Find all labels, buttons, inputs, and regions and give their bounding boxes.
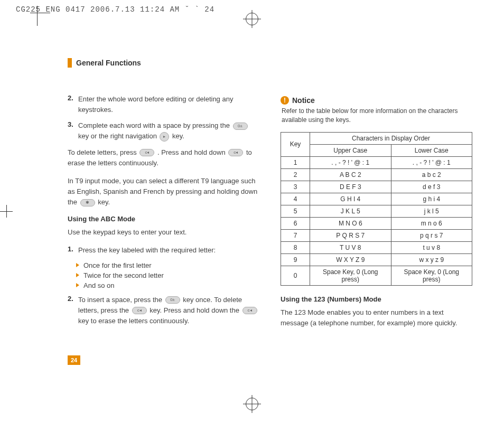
table-cell: 7 — [281, 229, 310, 241]
page-number-badge: 24 — [68, 355, 80, 365]
table-cell: W X Y Z 9 — [310, 253, 391, 266]
table-cell: t u v 8 — [391, 241, 472, 253]
table-cell: J K L 5 — [310, 205, 391, 217]
bullet-item: Twice for the second letter — [76, 271, 259, 279]
text-fragment: . Press and hold down — [157, 148, 227, 156]
zero-key-icon: 0± — [165, 296, 180, 304]
crop-mark-icon — [37, 13, 50, 26]
accent-bar-icon — [68, 58, 72, 68]
table-row: 5J K L 5j k l 5 — [281, 205, 472, 217]
text-fragment: key. Press and hold down the — [150, 306, 241, 314]
lower-case-header: Lower Case — [391, 144, 472, 156]
left-column: General Functions 2. Enter the whole wor… — [68, 58, 259, 336]
nav-key-icon: ▸ — [160, 132, 169, 142]
table-cell: 9 — [281, 253, 310, 266]
page: CG225 ENG 0417 2006.7.13 11:24 AM ˘ ` 24… — [0, 0, 504, 423]
text-fragment: In T9 input mode, you can select a diffe… — [68, 177, 257, 206]
triangle-bullet-icon — [76, 283, 79, 287]
table-cell: P Q R S 7 — [310, 229, 391, 241]
item-number: 2. — [68, 94, 75, 115]
table-cell: 5 — [281, 205, 310, 217]
text-fragment: key. — [172, 132, 184, 140]
item-number: 3. — [68, 120, 75, 142]
display-order-header: Characters in Display Order — [310, 132, 472, 144]
table-header-row: Key Characters in Display Order — [281, 132, 472, 144]
table-cell: Space Key, 0 (Long press) — [391, 266, 472, 285]
table-row: 3D E F 3d e f 3 — [281, 181, 472, 193]
table-cell: j k l 5 — [391, 205, 472, 217]
notice-text: Refer to the table below for more inform… — [282, 107, 472, 125]
table-cell: g h i 4 — [391, 193, 472, 205]
item-text: To insert a space, press the 0± key once… — [78, 295, 259, 326]
table-row: 2A B C 2a b c 2 — [281, 168, 472, 181]
table-cell: 3 — [281, 181, 310, 193]
text-fragment: key to erase the letters continuously. — [78, 317, 189, 325]
table-cell: 0 — [281, 266, 310, 285]
text-fragment: Complete each word with a space by press… — [78, 121, 232, 129]
crop-mark-icon — [0, 211, 13, 212]
table-row: 9W X Y Z 9w x y z 9 — [281, 253, 472, 266]
star-key-icon: ✱ — [80, 199, 95, 206]
table-cell: p q r s 7 — [391, 229, 472, 241]
clear-key-icon: c◂ — [242, 307, 257, 314]
bullet-text: Twice for the second letter — [83, 271, 164, 279]
table-cell: 6 — [281, 217, 310, 229]
bullet-text: And so on — [83, 281, 115, 289]
item-text: Enter the whole word before editing or d… — [78, 94, 259, 115]
item-number: 1. — [68, 245, 75, 256]
table-cell: 4 — [281, 193, 310, 205]
item-number: 2. — [68, 295, 75, 326]
list-item: 2. Enter the whole word before editing o… — [68, 94, 259, 115]
table-row: 4G H I 4g h i 4 — [281, 193, 472, 205]
table-cell: M N O 6 — [310, 217, 391, 229]
table-row: 6M N O 6m n o 6 — [281, 217, 472, 229]
table-cell: . , - ? ! ' @ : 1 — [310, 156, 391, 168]
table-cell: T U V 8 — [310, 241, 391, 253]
list-item: 3. Complete each word with a space by pr… — [68, 120, 259, 142]
section-title: General Functions — [76, 59, 141, 67]
upper-case-header: Upper Case — [310, 144, 391, 156]
content-area: General Functions 2. Enter the whole wor… — [68, 58, 472, 336]
table-row: 8T U V 8t u v 8 — [281, 241, 472, 253]
table-cell: D E F 3 — [310, 181, 391, 193]
table-cell: 8 — [281, 241, 310, 253]
key-header: Key — [281, 132, 310, 156]
bullet-text: Once for the first letter — [83, 261, 152, 269]
bullet-item: Once for the first letter — [76, 261, 259, 269]
bullet-item: And so on — [76, 281, 259, 289]
right-column: ! Notice Refer to the table below for mo… — [281, 58, 472, 336]
clear-key-icon: c◂ — [139, 149, 154, 156]
table-cell: A B C 2 — [310, 168, 391, 181]
text-fragment: key or the right navigation — [78, 132, 158, 140]
table-subheader-row: Upper Case Lower Case — [281, 144, 472, 156]
notice-heading: ! Notice — [281, 96, 472, 105]
triangle-bullet-icon — [76, 263, 79, 267]
table-row: 1. , - ? ! ' @ : 1. , - ? ! ' @ : 1 — [281, 156, 472, 168]
table-cell: m n o 6 — [391, 217, 472, 229]
table-cell: 1 — [281, 156, 310, 168]
triangle-bullet-icon — [76, 273, 79, 277]
character-table: Key Characters in Display Order Upper Ca… — [281, 132, 472, 286]
paragraph: To delete letters, press c◂ . Press and … — [68, 147, 259, 168]
table-cell: . , - ? ! ' @ : 1 — [391, 156, 472, 168]
zero-key-icon: 0± — [233, 123, 248, 130]
list-item: 1. Press the key labeled with the requir… — [68, 245, 259, 256]
table-cell: a b c 2 — [391, 168, 472, 181]
registration-mark-icon — [246, 13, 258, 25]
table-cell: d e f 3 — [391, 181, 472, 193]
table-cell: 2 — [281, 168, 310, 181]
text-fragment: To insert a space, press the — [78, 296, 164, 304]
registration-mark-icon — [246, 398, 258, 410]
notice-label: Notice — [292, 96, 315, 105]
text-fragment: To delete letters, press — [68, 148, 138, 156]
table-cell: G H I 4 — [310, 193, 391, 205]
list-item: 2. To insert a space, press the 0± key o… — [68, 295, 259, 326]
text-fragment: key. — [98, 198, 110, 206]
item-text: Complete each word with a space by press… — [78, 120, 259, 142]
table-cell: Space Key, 0 (Long press) — [310, 266, 391, 285]
clear-key-icon: c◂ — [132, 307, 147, 314]
table-row: 7P Q R S 7p q r s 7 — [281, 229, 472, 241]
notice-exclamation-icon: ! — [281, 96, 289, 105]
section-heading: General Functions — [68, 58, 259, 68]
table-row: 0Space Key, 0 (Long press)Space Key, 0 (… — [281, 266, 472, 285]
